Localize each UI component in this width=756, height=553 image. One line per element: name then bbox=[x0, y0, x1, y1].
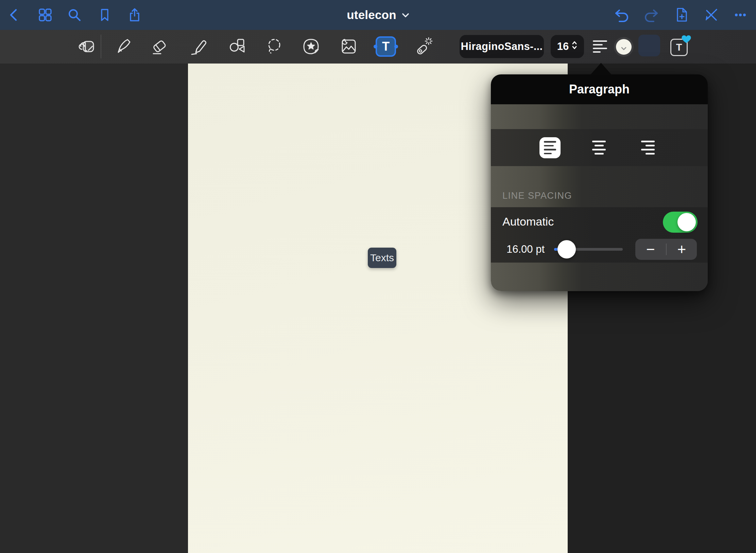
align-center-icon bbox=[592, 141, 606, 155]
swatch-chevron-down-icon bbox=[621, 46, 627, 52]
paragraph-alignment-button[interactable] bbox=[589, 36, 611, 57]
pen-tool-button[interactable] bbox=[113, 36, 135, 57]
image-tool-icon bbox=[338, 36, 360, 57]
align-center-option[interactable] bbox=[579, 129, 619, 166]
search-button[interactable] bbox=[67, 7, 82, 22]
shapes-tool-icon bbox=[226, 36, 247, 57]
top-navigation-bar: utelecon bbox=[0, 0, 756, 30]
document-title[interactable]: utelecon bbox=[347, 8, 396, 22]
popover-title: Paragraph bbox=[569, 82, 630, 96]
back-icon bbox=[7, 7, 22, 22]
share-button[interactable] bbox=[127, 7, 142, 22]
pen-tool-icon bbox=[113, 36, 135, 57]
text-color-swatch-button[interactable] bbox=[614, 37, 634, 57]
spacing-value-label: 16.00 pt bbox=[506, 243, 545, 255]
line-spacing-controls: Automatic 16.00 pt − + bbox=[491, 207, 708, 263]
align-left-option[interactable] bbox=[530, 129, 570, 166]
toggle-knob bbox=[677, 213, 696, 231]
shapes-tool-button[interactable] bbox=[226, 36, 247, 57]
thumbnails-grid-icon bbox=[38, 7, 53, 22]
font-size-value: 16 bbox=[557, 40, 569, 53]
text-tool-right-handle bbox=[394, 45, 398, 49]
current-color-circle bbox=[616, 39, 632, 55]
tools-toolbar: T HiraginoSans-... 16 T bbox=[0, 30, 756, 64]
spacing-value-row: 16.00 pt − + bbox=[491, 236, 708, 263]
automatic-label: Automatic bbox=[502, 215, 554, 228]
stop-editing-pencil-icon bbox=[703, 7, 719, 23]
font-size-stepper[interactable]: 16 bbox=[551, 35, 584, 58]
automatic-toggle[interactable] bbox=[663, 212, 698, 233]
align-left-selected-icon bbox=[539, 137, 561, 158]
share-icon bbox=[127, 7, 142, 22]
sticker-tool-button[interactable] bbox=[300, 36, 322, 57]
document-title-group: utelecon bbox=[0, 0, 756, 30]
inactive-swatch-button[interactable] bbox=[638, 35, 660, 56]
eraser-tool-button[interactable] bbox=[149, 36, 171, 57]
alignment-options-row bbox=[491, 129, 708, 166]
align-right-option[interactable] bbox=[628, 129, 668, 166]
thumbnails-button[interactable] bbox=[38, 7, 53, 22]
heart-icon bbox=[681, 34, 691, 45]
automatic-row: Automatic bbox=[491, 207, 708, 236]
redo-icon bbox=[644, 7, 659, 23]
texts-context-menu[interactable]: Texts bbox=[368, 248, 396, 268]
text-tool-button[interactable]: T bbox=[376, 36, 396, 57]
text-tool-glyph: T bbox=[382, 39, 390, 54]
spacing-slider[interactable] bbox=[554, 248, 623, 251]
more-button[interactable] bbox=[733, 7, 748, 22]
sticker-tool-icon bbox=[300, 36, 322, 57]
app-screen: utelecon bbox=[0, 0, 756, 553]
paragraph-popover: Paragraph LINE SPACING bbox=[491, 74, 708, 291]
zoom-edit-tool-button[interactable] bbox=[76, 36, 98, 57]
laser-pointer-tool-button[interactable] bbox=[413, 36, 434, 57]
popover-spacer-top bbox=[491, 104, 708, 129]
decrease-spacing-button[interactable]: − bbox=[635, 239, 666, 260]
laser-pointer-tool-icon bbox=[413, 36, 434, 57]
line-spacing-section: LINE SPACING bbox=[491, 166, 708, 207]
popover-spacer-bottom bbox=[491, 263, 708, 291]
stop-editing-button[interactable] bbox=[704, 7, 719, 22]
font-name-label: HiraginoSans-... bbox=[461, 40, 543, 53]
bookmark-icon bbox=[97, 7, 112, 22]
line-spacing-section-label: LINE SPACING bbox=[502, 191, 572, 201]
redo-button[interactable] bbox=[644, 7, 659, 22]
slider-thumb[interactable] bbox=[557, 240, 576, 258]
lasso-tool-icon bbox=[264, 36, 286, 57]
popover-header: Paragraph bbox=[491, 74, 708, 104]
undo-button[interactable] bbox=[614, 7, 629, 22]
search-icon bbox=[67, 7, 82, 22]
font-name-button[interactable]: HiraginoSans-... bbox=[460, 35, 544, 58]
texts-context-menu-label: Texts bbox=[370, 252, 394, 264]
title-chevron-down-icon bbox=[402, 13, 409, 19]
spacing-stepper: − + bbox=[635, 239, 697, 260]
text-tool-left-handle bbox=[374, 45, 377, 49]
add-page-button[interactable] bbox=[674, 7, 689, 22]
favorite-text-style-button[interactable]: T bbox=[669, 36, 691, 57]
add-page-icon bbox=[674, 7, 689, 23]
highlighter-tool-icon bbox=[188, 36, 210, 57]
highlighter-tool-button[interactable] bbox=[188, 36, 210, 57]
back-button[interactable] bbox=[7, 7, 22, 22]
image-tool-button[interactable] bbox=[338, 36, 360, 57]
align-left-icon bbox=[592, 40, 608, 53]
align-right-icon bbox=[641, 141, 655, 155]
eraser-tool-icon bbox=[149, 36, 171, 57]
lasso-tool-button[interactable] bbox=[264, 36, 286, 57]
undo-icon bbox=[614, 7, 629, 23]
toolbar-divider bbox=[101, 35, 101, 58]
more-ellipsis-icon bbox=[733, 7, 748, 23]
increase-spacing-button[interactable]: + bbox=[667, 239, 697, 260]
bookmark-button[interactable] bbox=[97, 7, 112, 22]
zoom-edit-tool-icon bbox=[76, 36, 98, 57]
size-up-down-icon bbox=[571, 40, 578, 53]
